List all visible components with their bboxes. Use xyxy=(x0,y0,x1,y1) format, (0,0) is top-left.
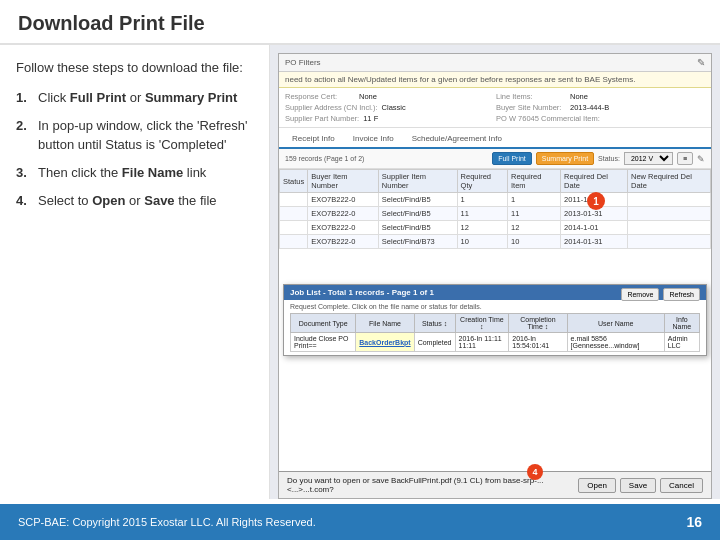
value-supplier-addr: Classic xyxy=(382,103,406,112)
col-status: Status ↕ xyxy=(414,314,455,333)
refresh-button[interactable]: Refresh xyxy=(663,288,700,301)
cell-new-req-del xyxy=(627,235,710,249)
job-list-table: Document Type File Name Status ↕ Creatio… xyxy=(290,313,700,352)
page-title: Download Print File xyxy=(18,12,205,34)
sim-info-row-3: Supplier Address (CN Incl.): Classic xyxy=(285,103,494,112)
sim-info-grid: Response Cert: None Line Items: None Sup… xyxy=(279,88,711,128)
instructions-panel: Follow these steps to download the file:… xyxy=(0,45,270,499)
table-row: EXO7B222-0 Select/Find/B5 12 12 2014-1-0… xyxy=(280,221,711,235)
cell-creation-time: 2016-In 11:11 11:11 xyxy=(455,333,509,352)
cancel-button[interactable]: Cancel xyxy=(660,478,703,493)
step-1: 1. Click Full Print or Summary Print xyxy=(16,89,253,107)
cell-req-qty: 11 xyxy=(457,207,507,221)
step-4-number: 4. xyxy=(16,192,34,210)
cell-completion-time: 2016-In 15:54:01:41 xyxy=(509,333,567,352)
cell-status xyxy=(280,221,308,235)
save-button[interactable]: Save xyxy=(620,478,656,493)
cell-buyer-item: EXO7B222-0 xyxy=(308,207,379,221)
cell-buyer-item: EXO7B222-0 xyxy=(308,235,379,249)
popup-note: Request Complete. Click on the file name… xyxy=(290,303,700,310)
cell-req-qty: 1 xyxy=(457,193,507,207)
col-new-req-del: New Required Del Date xyxy=(627,170,710,193)
value-response-cert: None xyxy=(359,92,377,101)
cell-req-del: 2014-1-01 xyxy=(561,221,628,235)
summary-print-button[interactable]: Summary Print xyxy=(536,152,594,165)
cell-req-qty: 12 xyxy=(457,221,507,235)
full-print-button[interactable]: Full Print xyxy=(492,152,532,165)
cell-status xyxy=(280,193,308,207)
label-commercial: PO W 76045 Commercial Item: xyxy=(496,114,600,123)
value-buyer-site: 2013-444-B xyxy=(570,103,609,112)
label-supplier-part: Supplier Part Number: xyxy=(285,114,359,123)
tab-invoice-info[interactable]: Invoice Info xyxy=(344,130,403,147)
value-line-items: None xyxy=(570,92,588,101)
col-creation-time: Creation Time ↕ xyxy=(455,314,509,333)
cell-buyer-item: EXO7B222-0 xyxy=(308,193,379,207)
tab-schedule-agreement-info[interactable]: Schedule/Agreement Info xyxy=(403,130,511,147)
main-content: Follow these steps to download the file:… xyxy=(0,45,720,499)
cell-buyer-item: EXO7B222-0 xyxy=(308,221,379,235)
cell-supplier-item: Select/Find/B5 xyxy=(378,193,457,207)
sim-tabs: Receipt Info Invoice Info Schedule/Agree… xyxy=(279,130,711,149)
tab-receipt-info[interactable]: Receipt Info xyxy=(283,130,344,147)
popup-body: Request Complete. Click on the file name… xyxy=(284,300,706,355)
footer-copyright: SCP-BAE: Copyright 2015 Exostar LLC. All… xyxy=(18,516,316,528)
table-row: EXO7B222-0 Select/Find/B5 11 11 2013-01-… xyxy=(280,207,711,221)
col-status: Status xyxy=(280,170,308,193)
job-list-row: Include Close PO Print== BackOrderBkpt C… xyxy=(291,333,700,352)
col-req-item: Required Item xyxy=(507,170,560,193)
sim-info-row-6: PO W 76045 Commercial Item: xyxy=(496,114,705,123)
cell-new-req-del xyxy=(627,207,710,221)
sim-screen: PO Filters ✎ need to action all New/Upda… xyxy=(278,53,712,499)
status-label: Status: xyxy=(598,155,620,162)
edit-icon-2: ✎ xyxy=(697,154,705,164)
sim-topbar: PO Filters ✎ xyxy=(279,54,711,72)
step-2-text: In pop-up window, click the 'Refresh' bu… xyxy=(38,117,253,153)
cell-file-name[interactable]: BackOrderBkpt xyxy=(356,333,414,352)
cell-doc-type: Include Close PO Print== xyxy=(291,333,356,352)
filter-button[interactable]: ≡ xyxy=(677,152,693,165)
footer-page: 16 xyxy=(686,514,702,530)
cell-status xyxy=(280,207,308,221)
col-doc-type: Document Type xyxy=(291,314,356,333)
cell-user-name: e.mail 5856 [Gennessee...window] xyxy=(567,333,664,352)
table-meta: 159 records (Page 1 of 2) xyxy=(285,155,488,162)
sim-info-row-4: Buyer Site Number: 2013-444-B xyxy=(496,103,705,112)
sim-info-row-5: Supplier Part Number: 11 F xyxy=(285,114,494,123)
label-buyer-site: Buyer Site Number: xyxy=(496,103,566,112)
col-req-qty: Required Qty xyxy=(457,170,507,193)
dialog-buttons: Open Save Cancel xyxy=(578,478,703,493)
step-2: 2. In pop-up window, click the 'Refresh'… xyxy=(16,117,253,153)
edit-icon: ✎ xyxy=(697,57,705,68)
cell-status xyxy=(280,235,308,249)
intro-text: Follow these steps to download the file: xyxy=(16,59,253,77)
open-button[interactable]: Open xyxy=(578,478,616,493)
cell-supplier-item: Select/Find/B73 xyxy=(378,235,457,249)
cell-new-req-del xyxy=(627,193,710,207)
remove-button[interactable]: Remove xyxy=(621,288,659,301)
page-footer: SCP-BAE: Copyright 2015 Exostar LLC. All… xyxy=(0,504,720,540)
cell-req-del: 2014-01-31 xyxy=(561,235,628,249)
cell-status: Completed xyxy=(414,333,455,352)
sim-topbar-text: PO Filters xyxy=(285,58,321,67)
cell-info-name: Admin LLC xyxy=(664,333,699,352)
col-file-name: File Name xyxy=(356,314,414,333)
cell-supplier-item: Select/Find/B5 xyxy=(378,207,457,221)
step-4: 4. Select to Open or Save the file xyxy=(16,192,253,210)
col-completion-time: Completion Time ↕ xyxy=(509,314,567,333)
step-3-text: Then click the File Name link xyxy=(38,164,206,182)
step-1-text: Click Full Print or Summary Print xyxy=(38,89,237,107)
step-3: 3. Then click the File Name link xyxy=(16,164,253,182)
cell-req-item: 1 xyxy=(507,193,560,207)
step-4-text: Select to Open or Save the file xyxy=(38,192,217,210)
label-response-cert: Response Cert: xyxy=(285,92,355,101)
status-select[interactable]: 2012 V xyxy=(624,152,673,165)
step-3-number: 3. xyxy=(16,164,34,182)
col-user-name: User Name xyxy=(567,314,664,333)
step-list: 1. Click Full Print or Summary Print 2. … xyxy=(16,89,253,210)
col-info-name: Info Name xyxy=(664,314,699,333)
badge-4: 4 xyxy=(527,464,543,480)
screenshot-panel: PO Filters ✎ need to action all New/Upda… xyxy=(270,45,720,499)
value-supplier-part: 11 F xyxy=(363,114,378,123)
job-list-popup: Job List - Total 1 records - Page 1 of 1… xyxy=(283,284,707,356)
